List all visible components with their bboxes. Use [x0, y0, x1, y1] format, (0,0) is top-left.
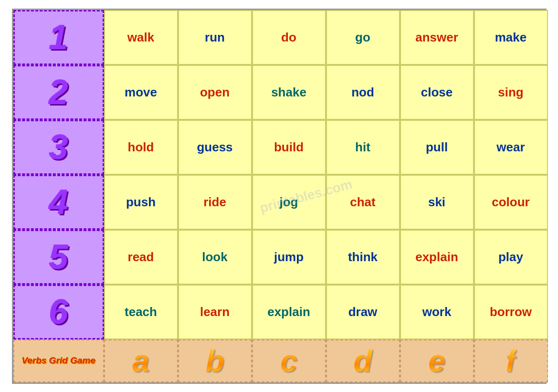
num-cell-6: 6 [13, 285, 104, 339]
word-cell: walk [104, 10, 178, 65]
word-label: move [125, 85, 157, 100]
word-cell: build [252, 120, 326, 175]
word-label: close [421, 85, 453, 100]
num-cell-3: 3 [13, 120, 104, 175]
letter-cell-b: b [178, 339, 252, 382]
letter-cell-e: e [400, 339, 474, 382]
letter-cell-c: c [252, 339, 326, 382]
word-cell: open [178, 65, 252, 120]
num-cell-1: 1 [13, 10, 104, 65]
word-cell: push [104, 175, 178, 230]
row-number-4: 4 [49, 182, 68, 222]
row-number-2: 2 [49, 73, 68, 112]
game-board: 1walkrundogoanswermake2moveopenshakenodc… [12, 9, 547, 384]
letter-cell-a: a [104, 339, 178, 382]
letter-e: e [428, 343, 445, 379]
word-label: sing [498, 85, 523, 100]
num-cell-5: 5 [13, 230, 104, 285]
word-cell: explain [252, 285, 326, 339]
word-cell: nod [326, 65, 400, 120]
word-label: do [281, 30, 296, 45]
word-cell: hit [326, 120, 400, 175]
letter-cell-f: f [474, 339, 548, 382]
word-cell: hold [104, 120, 178, 175]
word-label: walk [127, 30, 154, 45]
word-label: hit [355, 140, 370, 155]
word-label: explain [267, 305, 310, 319]
word-cell: ride [178, 175, 252, 230]
word-label: go [355, 30, 370, 45]
word-cell: chat [326, 175, 400, 230]
word-label: wear [496, 140, 525, 155]
word-label: look [202, 250, 227, 265]
word-label: build [274, 140, 304, 155]
word-label: think [348, 250, 378, 265]
word-label: play [498, 250, 523, 265]
word-cell: make [474, 10, 548, 65]
word-cell: teach [104, 285, 178, 339]
word-cell: close [400, 65, 474, 120]
row-number-6: 6 [49, 292, 68, 331]
word-cell: pull [400, 120, 474, 175]
word-label: nod [351, 85, 374, 100]
word-cell: shake [252, 65, 326, 120]
num-cell-2: 2 [13, 65, 104, 120]
word-cell: move [104, 65, 178, 120]
word-cell: ski [400, 175, 474, 230]
word-label: read [128, 250, 154, 265]
word-label: work [422, 305, 452, 319]
word-cell: play [474, 230, 548, 285]
word-cell: learn [178, 285, 252, 339]
row-number-1: 1 [49, 18, 68, 57]
letter-d: d [353, 343, 372, 379]
word-label: run [205, 30, 225, 45]
logo-cell: Verbs Grid Game [13, 339, 104, 382]
num-cell-4: 4 [13, 175, 104, 230]
letter-b: b [205, 343, 224, 379]
word-cell: colour [474, 175, 548, 230]
word-label: ski [428, 195, 445, 210]
word-label: hold [128, 140, 154, 155]
word-label: learn [200, 305, 230, 319]
board-wrapper: 1walkrundogoanswermake2moveopenshakenodc… [12, 9, 547, 384]
word-cell: wear [474, 120, 548, 175]
word-label: answer [415, 30, 458, 45]
logo-text: Verbs Grid Game [21, 356, 95, 366]
letter-a: a [132, 343, 149, 379]
word-label: chat [350, 195, 375, 210]
word-label: teach [125, 305, 157, 319]
word-cell: explain [400, 230, 474, 285]
word-cell: work [400, 285, 474, 339]
letter-f: f [505, 343, 516, 379]
word-label: open [200, 85, 230, 100]
word-label: explain [415, 250, 458, 265]
word-cell: jump [252, 230, 326, 285]
word-cell: sing [474, 65, 548, 120]
word-label: draw [348, 305, 378, 319]
word-label: shake [271, 85, 306, 100]
row-number-5: 5 [49, 237, 68, 276]
word-label: push [126, 195, 156, 210]
word-cell: read [104, 230, 178, 285]
letter-c: c [280, 343, 297, 379]
word-cell: run [178, 10, 252, 65]
word-cell: borrow [474, 285, 548, 339]
word-cell: look [178, 230, 252, 285]
word-label: colour [492, 195, 529, 210]
word-label: pull [426, 140, 448, 155]
word-cell: jog [252, 175, 326, 230]
word-cell: guess [178, 120, 252, 175]
word-label: borrow [490, 305, 532, 319]
word-label: ride [203, 195, 226, 210]
word-cell: answer [400, 10, 474, 65]
word-cell: think [326, 230, 400, 285]
word-cell: go [326, 10, 400, 65]
letter-cell-d: d [326, 339, 400, 382]
word-label: guess [197, 140, 232, 155]
word-label: jump [274, 250, 304, 265]
word-cell: draw [326, 285, 400, 339]
word-label: make [495, 30, 527, 45]
word-cell: do [252, 10, 326, 65]
word-label: jog [280, 195, 298, 210]
row-number-3: 3 [49, 127, 68, 167]
